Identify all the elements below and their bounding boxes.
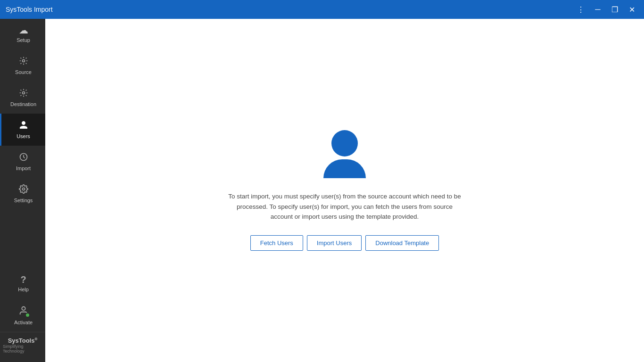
active-dot (25, 313, 30, 318)
user-illustration (323, 130, 366, 178)
help-icon: ? (20, 275, 26, 284)
sidebar-item-destination[interactable]: Destination (0, 82, 45, 114)
maximize-button[interactable]: ❐ (608, 3, 621, 16)
sidebar-label-import: Import (16, 165, 31, 171)
main-content: To start import, you must specify user(s… (45, 19, 644, 362)
sidebar-label-settings: Settings (14, 197, 33, 203)
sidebar-label-source: Source (15, 69, 32, 75)
sidebar-label-setup: Setup (17, 37, 30, 43)
sidebar-label-users: Users (17, 133, 30, 139)
sidebar-item-settings[interactable]: Settings (0, 178, 45, 210)
svg-point-3 (22, 188, 25, 190)
download-template-button[interactable]: Download Template (365, 235, 439, 251)
sidebar: ☁ Setup Source Destination (0, 19, 45, 362)
app-title: SysTools Import (6, 6, 53, 13)
source-icon (19, 56, 28, 67)
sidebar-item-setup[interactable]: ☁ Setup (0, 19, 45, 49)
more-options-button[interactable]: ⋮ (574, 3, 587, 16)
action-buttons: Fetch Users Import Users Download Templa… (250, 235, 439, 251)
close-button[interactable]: ✕ (625, 3, 638, 16)
window-controls: ⋮ ─ ❐ ✕ (574, 3, 638, 16)
activate-icon-wrapper (18, 305, 29, 317)
brand-tagline: Simplifying Technology (3, 344, 42, 354)
svg-point-4 (22, 306, 25, 310)
sidebar-item-import[interactable]: Import (0, 146, 45, 178)
fetch-users-button[interactable]: Fetch Users (250, 235, 303, 251)
sidebar-item-users[interactable]: Users (0, 114, 45, 146)
minimize-button[interactable]: ─ (591, 3, 604, 16)
content-center: To start import, you must specify user(s… (227, 130, 462, 251)
sidebar-label-destination: Destination (10, 101, 36, 107)
cloud-icon: ☁ (19, 25, 28, 35)
sidebar-item-activate[interactable]: Activate (0, 299, 45, 332)
settings-icon (19, 184, 28, 195)
description-text: To start import, you must specify user(s… (227, 191, 462, 222)
user-head-shape (331, 130, 358, 156)
users-icon (19, 120, 28, 131)
sidebar-item-help[interactable]: ? Help (0, 268, 45, 299)
sidebar-label-help: Help (18, 287, 29, 292)
svg-point-1 (22, 92, 25, 94)
destination-icon (19, 88, 28, 99)
brand-name: SysTools® (8, 337, 38, 344)
sidebar-label-activate: Activate (14, 320, 33, 325)
titlebar: SysTools Import ⋮ ─ ❐ ✕ (0, 0, 644, 19)
sidebar-bottom: ? Help Activate SysTools® Simplifying Te… (0, 268, 45, 362)
sidebar-item-source[interactable]: Source (0, 49, 45, 82)
import-icon (19, 152, 28, 163)
brand: SysTools® Simplifying Technology (0, 332, 45, 358)
app-body: ☁ Setup Source Destination (0, 19, 644, 362)
import-users-button[interactable]: Import Users (307, 235, 362, 251)
user-body-shape (323, 159, 366, 178)
svg-point-0 (22, 60, 25, 62)
